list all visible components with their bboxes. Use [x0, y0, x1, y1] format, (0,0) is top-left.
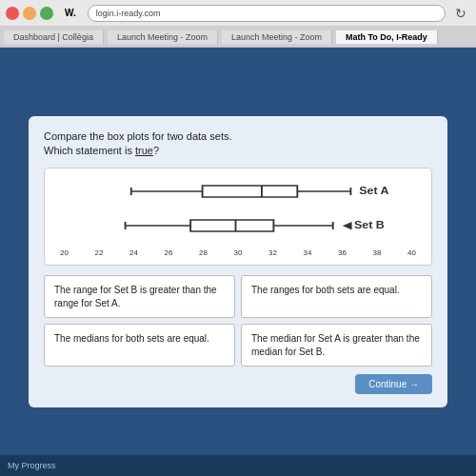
content-card: Compare the box plots for two data sets.… [29, 116, 447, 408]
refresh-icon[interactable]: ↻ [451, 6, 470, 21]
question-line1: Compare the box plots for two data sets. [44, 129, 432, 144]
set-b-plot: ◀ Set B [60, 212, 416, 243]
axis-22: 22 [95, 248, 104, 257]
question-true-word: true [135, 145, 153, 156]
answer-grid: The range for Set B is greater than the … [44, 275, 432, 367]
browser-controls [6, 7, 53, 20]
answer-cell-3[interactable]: The medians for both sets are equal. [44, 324, 235, 367]
question-line2-start: Which statement is [44, 145, 135, 156]
tab-favicon: W. [59, 8, 82, 18]
set-b-svg: ◀ Set B [60, 212, 416, 239]
axis-36: 36 [338, 248, 347, 257]
tab-strip: Dashboard | Collégia Launch Meeting - Zo… [0, 27, 476, 48]
question-line2-end: ? [153, 145, 159, 156]
set-a-row: Set A [60, 180, 416, 207]
browser-bar: W. login.i-ready.com ↻ [0, 0, 476, 27]
svg-text:◀ Set B: ◀ Set B [342, 221, 385, 231]
tab-dashboard[interactable]: Dashboard | Collégia [4, 30, 104, 44]
axis-30: 30 [234, 248, 243, 257]
tab-zoom1[interactable]: Launch Meeting - Zoom [108, 30, 218, 44]
set-b-row: ◀ Set B [60, 214, 416, 241]
maximize-btn[interactable] [40, 7, 53, 20]
axis-38: 38 [373, 248, 382, 257]
answer-cell-1[interactable]: The range for Set B is greater than the … [44, 275, 235, 318]
svg-text:Set A: Set A [359, 187, 388, 197]
axis-row: 20 22 24 26 28 30 32 34 36 38 40 [60, 248, 416, 257]
boxplot-area: Set A [44, 168, 432, 266]
continue-button[interactable]: Continue → [355, 374, 432, 394]
set-a-svg: Set A [60, 178, 416, 205]
answer-cell-2[interactable]: The ranges for both sets are equal. [241, 275, 432, 318]
svg-rect-2 [203, 186, 298, 197]
url-text: login.i-ready.com [96, 9, 161, 18]
axis-24: 24 [129, 248, 138, 257]
url-bar[interactable]: login.i-ready.com [88, 5, 446, 22]
progress-bar-area: My Progress [0, 455, 476, 476]
progress-label: My Progress [8, 461, 56, 470]
bottom-bar: Continue → [44, 374, 432, 394]
axis-20: 20 [60, 248, 69, 257]
tab-zoom2[interactable]: Launch Meeting - Zoom [222, 30, 332, 44]
axis-26: 26 [165, 248, 173, 257]
minimize-btn[interactable] [23, 7, 36, 20]
tab-iready[interactable]: Math To Do, I-Ready [336, 30, 438, 44]
axis-28: 28 [199, 248, 208, 257]
question-text: Compare the box plots for two data sets.… [44, 129, 432, 159]
answer-cell-4[interactable]: The median for Set A is greater than the… [241, 324, 432, 367]
set-a-plot: Set A [60, 178, 416, 208]
question-line2: Which statement is true? [44, 144, 432, 158]
axis-32: 32 [268, 248, 277, 257]
axis-40: 40 [407, 248, 416, 257]
main-content: Compare the box plots for two data sets.… [0, 48, 476, 476]
close-btn[interactable] [6, 7, 19, 20]
axis-34: 34 [304, 248, 312, 257]
svg-rect-9 [190, 220, 273, 231]
